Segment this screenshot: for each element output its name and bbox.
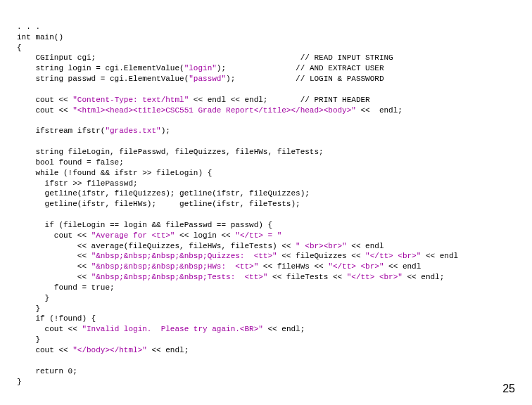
code-line: getline(ifstr, fileHWs); getline(ifstr, … bbox=[17, 200, 300, 208]
code-line: << "&nbsp;&nbsp;&nbsp;&nbsp;Quizzes: <tt… bbox=[17, 252, 458, 260]
code-line: string fileLogin, filePasswd, fileQuizze… bbox=[17, 148, 324, 156]
code-block: . . . int main() { CGIinput cgi; // READ… bbox=[17, 11, 515, 387]
code-line: return 0; bbox=[17, 367, 77, 375]
code-line: if (!found) { bbox=[17, 314, 96, 323]
code-line: CGIinput cgi; // READ INPUT STRING bbox=[17, 53, 393, 62]
code-line: } bbox=[17, 378, 22, 386]
code-line: cout << "Content-Type: text/html" << end… bbox=[17, 96, 370, 104]
code-line: cout << "<html><head><title>CSC551 Grade… bbox=[17, 106, 403, 115]
code-line: cout << "</body></html>" << endl; bbox=[17, 346, 189, 354]
code-line: bool found = false; bbox=[17, 158, 124, 167]
code-line: cout << "Invalid login. Please try again… bbox=[17, 325, 305, 333]
code-line: << "&nbsp;&nbsp;&nbsp;&nbsp;Tests: <tt>"… bbox=[17, 273, 444, 281]
code-line: string passwd = cgi.ElementValue("passwd… bbox=[17, 75, 384, 83]
code-line: ifstream ifstr("grades.txt"); bbox=[17, 127, 170, 135]
code-line: } bbox=[17, 304, 40, 313]
code-line: getline(ifstr, fileQuizzes); getline(ifs… bbox=[17, 189, 310, 198]
code-line: } bbox=[17, 335, 40, 344]
code-line: { bbox=[17, 44, 22, 52]
code-line: << average(fileQuizzes, fileHWs, fileTes… bbox=[17, 242, 384, 250]
code-line: if (fileLogin == login && filePasswd == … bbox=[17, 221, 272, 229]
code-line: found = true; bbox=[17, 283, 115, 292]
code-line: } bbox=[17, 294, 49, 302]
code-line: . . . bbox=[17, 22, 40, 31]
code-line: << "&nbsp;&nbsp;&nbsp;&nbsp;HWs: <tt>" <… bbox=[17, 262, 421, 271]
code-line: int main() bbox=[17, 33, 63, 41]
code-line: ifstr >> filePasswd; bbox=[17, 179, 138, 188]
code-line: cout << "Average for <tt>" << login << "… bbox=[17, 231, 281, 240]
code-line: while (!found && ifstr >> fileLogin) { bbox=[17, 169, 212, 177]
code-line: string login = cgi.ElementValue("login")… bbox=[17, 64, 384, 72]
page-number: 25 bbox=[502, 381, 515, 397]
